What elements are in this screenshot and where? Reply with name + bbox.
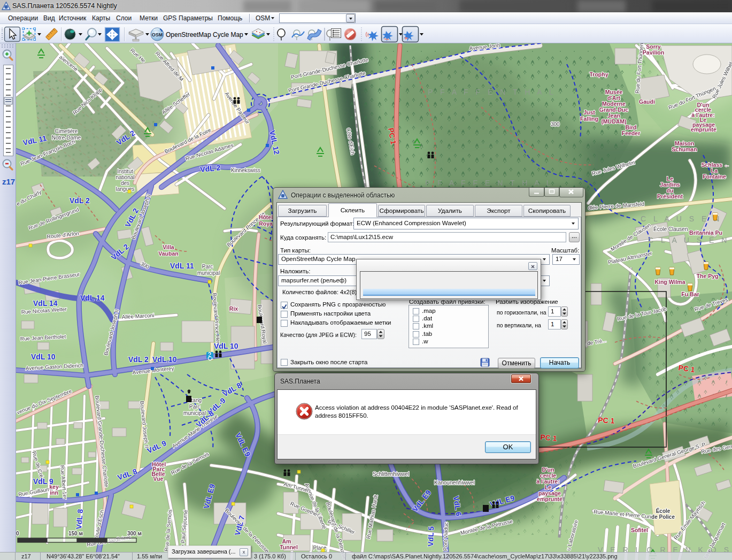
svg-text:Kanounenhiwwel: Kanounenhiwwel bbox=[434, 480, 475, 486]
svg-text:Roya: Roya bbox=[259, 220, 273, 227]
svg-text:Feeder: Feeder bbox=[622, 130, 640, 136]
svg-text:Pont Viaduc: Pont Viaduc bbox=[442, 522, 449, 551]
svg-text:VdL 2: VdL 2 bbox=[128, 355, 149, 364]
svg-text:P F A F F E N T H A L: P F A F F E N T H A L bbox=[428, 88, 556, 96]
svg-text:Hôtel: Hôtel bbox=[259, 214, 273, 220]
svg-text:Schlittenhiwwel: Schlittenhiwwel bbox=[373, 471, 409, 477]
svg-text:Kinnekswiss: Kinnekswiss bbox=[231, 167, 260, 173]
svg-text:King Wilma: King Wilma bbox=[654, 279, 685, 285]
svg-text:Parc: Parc bbox=[189, 404, 201, 410]
svg-text:Institut: Institut bbox=[117, 168, 133, 174]
svg-text:VdL 10: VdL 10 bbox=[152, 355, 177, 364]
svg-text:Pavilion: Pavilion bbox=[643, 49, 664, 56]
svg-text:The Pyg: The Pyg bbox=[697, 273, 719, 279]
svg-text:Schuman: Schuman bbox=[672, 146, 697, 152]
svg-text:PC 1: PC 1 bbox=[598, 416, 615, 425]
svg-text:École: École bbox=[656, 508, 671, 514]
svg-text:Villa: Villa bbox=[163, 244, 174, 250]
svg-text:300: 300 bbox=[551, 121, 560, 127]
svg-text:VdL 5: VdL 5 bbox=[426, 526, 435, 547]
svg-text:emprunté: emprunté bbox=[537, 496, 563, 502]
svg-text:emprunté: emprunté bbox=[691, 126, 716, 133]
svg-text:Vue: Vue bbox=[153, 475, 164, 482]
svg-text:C L A U S E N: C L A U S E N bbox=[648, 236, 729, 244]
svg-text:VdL 8: VdL 8 bbox=[74, 509, 84, 530]
svg-text:PC 1: PC 1 bbox=[540, 433, 558, 443]
svg-text:300 м: 300 м bbox=[127, 531, 142, 536]
svg-text:VdL 14: VdL 14 bbox=[33, 299, 58, 308]
svg-text:Président: Président bbox=[657, 193, 683, 200]
svg-text:Notre-Dame: Notre-Dame bbox=[52, 135, 81, 141]
svg-text:Parc: Parc bbox=[202, 264, 213, 270]
svg-text:Fu Bar: Fu Bar bbox=[681, 291, 699, 297]
svg-text:Tunnel: Tunnel bbox=[280, 544, 298, 550]
svg-text:VdL 10: VdL 10 bbox=[214, 342, 238, 350]
svg-text:OSM: OSM bbox=[152, 32, 163, 37]
svg-text:Cimetière: Cimetière bbox=[55, 128, 78, 134]
svg-text:Trophy: Trophy bbox=[589, 71, 608, 78]
svg-text:de Police: de Police bbox=[651, 514, 675, 520]
svg-text:OpenStreetMap Cycle Map: OpenStreetMap Cycle Map bbox=[166, 31, 243, 39]
svg-text:Fontaine: Fontaine bbox=[703, 173, 726, 180]
svg-text:inn: inn bbox=[50, 489, 58, 496]
svg-text:150 м: 150 м bbox=[68, 531, 83, 536]
svg-text:des: des bbox=[121, 180, 129, 186]
svg-text:Sofitel: Sofitel bbox=[631, 527, 648, 533]
svg-text:Vauban: Vauban bbox=[158, 250, 178, 257]
svg-text:Just: Just bbox=[583, 109, 595, 116]
svg-text:VdL 14: VdL 14 bbox=[80, 294, 105, 302]
svg-text:(MUDAM): (MUDAM) bbox=[601, 118, 626, 125]
svg-text:Britannia Pu: Britannia Pu bbox=[689, 229, 722, 236]
svg-text:z17: z17 bbox=[2, 177, 15, 186]
svg-text:Rix: Rix bbox=[229, 305, 238, 312]
svg-text:national: national bbox=[115, 174, 134, 180]
svg-text:École Clausen: École Clausen bbox=[653, 226, 688, 232]
svg-text:0: 0 bbox=[16, 531, 19, 536]
svg-text:Gaudi: Gaudi bbox=[639, 98, 655, 105]
svg-text:VdL 11: VdL 11 bbox=[170, 262, 194, 270]
svg-text:langues: langues bbox=[115, 186, 134, 192]
svg-text:VdL 10: VdL 10 bbox=[31, 352, 56, 361]
svg-text:municipal: municipal bbox=[197, 270, 220, 276]
svg-text:P F A F F E N T H A L: P F A F F E N T H A L bbox=[425, 179, 553, 187]
svg-text:VdL 2: VdL 2 bbox=[70, 196, 90, 205]
svg-text:Falling: Falling bbox=[580, 116, 598, 122]
svg-text:C L A U S E N: C L A U S E N bbox=[641, 214, 722, 223]
